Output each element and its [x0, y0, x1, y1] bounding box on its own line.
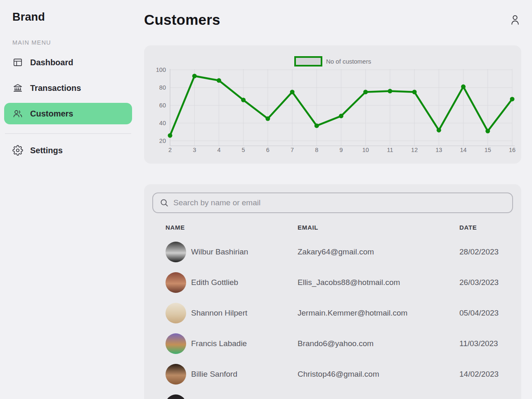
customer-email: Zakary64@gmail.com: [298, 247, 459, 256]
sidebar-item-transactions[interactable]: Transactions: [4, 77, 132, 99]
customer-email: Jermain.Kemmer@hotmail.com: [298, 309, 459, 318]
avatar: [166, 242, 186, 262]
gear-icon: [12, 145, 23, 156]
x-tick-label: 3: [193, 147, 196, 153]
customer-name: Edith Gottlieb: [191, 278, 238, 287]
sidebar-item-settings[interactable]: Settings: [4, 140, 132, 161]
column-header-email: EMAIL: [298, 224, 459, 231]
chart-point: [363, 90, 368, 94]
chart-point: [241, 98, 246, 102]
legend-swatch[interactable]: [295, 57, 322, 66]
user-account-button[interactable]: [509, 14, 521, 26]
table-row[interactable]: Billie Sanford Christop46@gmail.com 14/0…: [152, 359, 513, 390]
x-tick-label: 5: [242, 147, 245, 153]
table-row[interactable]: Wilbur Bashirian Zakary64@gmail.com 28/0…: [152, 237, 513, 267]
customer-date: 11/03/2023: [459, 339, 513, 348]
name-cell: Shannon Hilpert: [166, 303, 298, 323]
bank-icon: [12, 83, 23, 93]
x-tick-label: 13: [435, 147, 442, 153]
customer-name: Shannon Hilpert: [191, 309, 247, 318]
page-header: Customers: [144, 9, 521, 31]
customer-date: 05/04/2023: [459, 309, 513, 318]
y-tick-label: 20: [159, 138, 166, 144]
chart-point: [388, 89, 392, 93]
x-tick-label: 16: [509, 147, 515, 153]
chart-point: [437, 128, 441, 133]
users-icon: [12, 108, 23, 119]
chart-point: [461, 84, 466, 89]
person-icon: [509, 14, 521, 26]
brand-title: Brand: [12, 11, 136, 24]
avatar: [166, 333, 186, 354]
customer-date: 14/02/2023: [459, 370, 513, 379]
avatar: [166, 394, 186, 399]
customer-name: Billie Sanford: [191, 370, 237, 379]
chart-point: [339, 114, 343, 118]
y-tick-label: 40: [159, 120, 166, 126]
customer-email: Christop46@gmail.com: [298, 370, 459, 379]
x-tick-label: 11: [387, 147, 393, 153]
x-tick-label: 2: [168, 147, 172, 153]
avatar: [166, 364, 186, 385]
x-tick-label: 15: [485, 147, 491, 153]
customer-email: Ellis_Jacobs88@hotmail.com: [298, 278, 459, 287]
column-header-date: DATE: [459, 224, 513, 231]
y-tick-label: 80: [159, 84, 166, 91]
customer-name: Francis Labadie: [191, 339, 247, 348]
chart-point: [485, 129, 490, 133]
sidebar-item-customers[interactable]: Customers: [4, 103, 132, 124]
page-title: Customers: [144, 12, 220, 28]
chart-point: [265, 116, 270, 121]
main-menu-label: MAIN MENU: [12, 39, 136, 46]
sidebar-nav: Dashboard Transactions: [0, 52, 136, 124]
x-tick-label: 9: [339, 147, 343, 153]
x-tick-label: 8: [315, 147, 318, 153]
chart-point: [510, 97, 515, 101]
sidebar-item-label: Settings: [30, 146, 63, 155]
sidebar-item-dashboard[interactable]: Dashboard: [4, 52, 132, 73]
customers-line-chart: 204060801002345678910111213141516No of c…: [144, 45, 521, 164]
sidebar-divider: [5, 133, 131, 134]
customer-date: 28/02/2023: [459, 247, 513, 256]
table-row[interactable]: Francis Labadie Brando6@yahoo.com 11/03/…: [152, 328, 513, 359]
chart-point: [217, 78, 221, 83]
search-input[interactable]: [173, 198, 506, 207]
y-tick-label: 100: [156, 66, 166, 73]
sidebar-secondary-nav: Settings: [0, 140, 136, 161]
chart-point: [314, 124, 319, 128]
customers-chart-panel: 204060801002345678910111213141516No of c…: [144, 45, 521, 164]
x-tick-label: 10: [362, 147, 369, 153]
sidebar-item-label: Dashboard: [30, 58, 73, 67]
table-header: NAME EMAIL DATE: [152, 224, 513, 231]
avatar: [166, 272, 186, 293]
dashboard-icon: [12, 57, 23, 68]
table-body: Wilbur Bashirian Zakary64@gmail.com 28/0…: [152, 237, 513, 399]
customer-name: Wilbur Bashirian: [191, 247, 248, 256]
name-cell: Billie Sanford: [166, 364, 298, 385]
name-cell: [166, 394, 298, 399]
x-tick-label: 12: [411, 147, 418, 153]
table-row[interactable]: Shannon Hilpert Jermain.Kemmer@hotmail.c…: [152, 298, 513, 328]
chart-point: [192, 74, 197, 78]
table-row[interactable]: [152, 390, 513, 399]
customers-table-panel: NAME EMAIL DATE Wilbur Bashirian Zakary6…: [144, 184, 521, 399]
search-icon: [160, 198, 169, 207]
x-tick-label: 7: [291, 147, 294, 153]
avatar: [166, 303, 186, 323]
table-row[interactable]: Edith Gottlieb Ellis_Jacobs88@hotmail.co…: [152, 267, 513, 298]
chart-point: [168, 133, 173, 138]
customer-date: 26/03/2023: [459, 278, 513, 287]
sidebar: Brand MAIN MENU Dashboard: [0, 0, 136, 399]
name-cell: Edith Gottlieb: [166, 272, 298, 293]
customer-email: Brando6@yahoo.com: [298, 339, 459, 348]
chart-point: [290, 90, 295, 94]
sidebar-item-label: Transactions: [30, 83, 81, 93]
legend-label[interactable]: No of customers: [326, 58, 371, 65]
y-tick-label: 60: [159, 102, 166, 109]
search-bar: [152, 192, 513, 213]
chart-point: [412, 90, 417, 94]
x-tick-label: 14: [460, 147, 467, 153]
main-content: Customers 204060801002345678910111213141…: [144, 0, 521, 399]
name-cell: Francis Labadie: [166, 333, 298, 354]
name-cell: Wilbur Bashirian: [166, 242, 298, 262]
